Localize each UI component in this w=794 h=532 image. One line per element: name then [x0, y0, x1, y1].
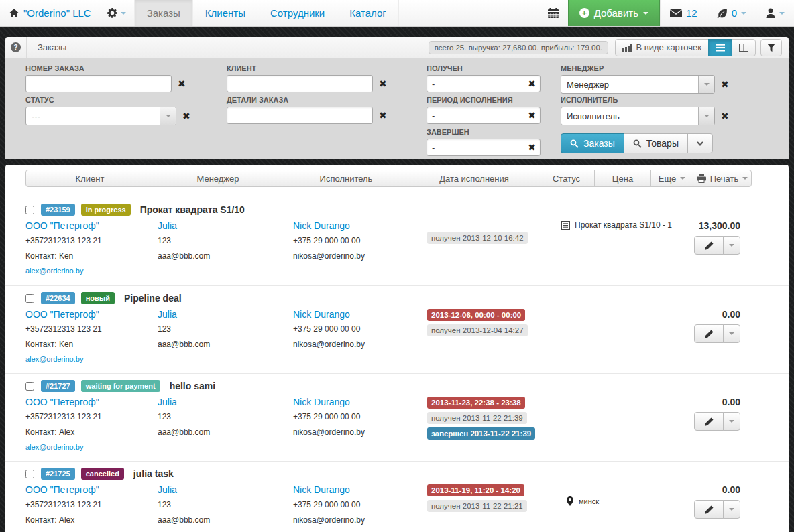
list-view-button[interactable] [708, 39, 732, 56]
tab-employees-label: Сотрудники [270, 7, 325, 19]
edit-order-button[interactable] [694, 236, 724, 255]
manager-name-link[interactable]: Julia [158, 397, 177, 407]
client-name-link[interactable]: ООО "Петергоф" [25, 220, 99, 231]
client-name-link[interactable]: ООО "Петергоф" [25, 484, 99, 495]
edit-order-dropdown[interactable] [723, 324, 740, 343]
executor-phone: +375 29 000 00 00 [293, 236, 417, 245]
clear-icon[interactable]: ✖ [182, 111, 190, 121]
due-date-badge: 2013-11-23, 22:38 - 23:38 [427, 397, 525, 409]
search-products-button[interactable]: Товары [624, 133, 688, 153]
user-menu[interactable] [756, 0, 794, 26]
executor-name-link[interactable]: Nick Durango [293, 397, 350, 407]
clear-icon[interactable]: ✖ [379, 111, 387, 120]
manager-filter-select[interactable]: Менеджер [561, 75, 715, 94]
clear-icon[interactable]: ✖ [379, 79, 387, 88]
search-orders-button[interactable]: Заказы [561, 133, 624, 153]
clear-icon[interactable]: ✖ [721, 80, 729, 89]
executor-filter-label: ИСПОЛНИТЕЛЬ [561, 96, 729, 104]
execution-period-input[interactable] [427, 107, 541, 124]
more-columns-dropdown[interactable]: Еще [650, 170, 693, 187]
edit-order-button[interactable] [694, 412, 724, 431]
mail-button[interactable]: 12 [660, 0, 707, 26]
column-client[interactable]: Клиент [25, 170, 154, 187]
client-email-link[interactable]: alex@orderino.by [25, 267, 150, 275]
views-count: 0 [732, 7, 737, 19]
settings-dropdown[interactable] [99, 0, 134, 26]
column-price-label: Цена [612, 174, 633, 184]
column-execution-date[interactable]: Дата исполнения [410, 170, 538, 187]
order-price: 0.00 [694, 309, 740, 320]
received-filter-input[interactable] [427, 75, 541, 92]
manager-email: aaa@bbb.com [158, 251, 282, 261]
views-dropdown[interactable]: 0 [707, 0, 756, 26]
executor-name-link[interactable]: Nick Durango [293, 309, 350, 320]
clear-icon[interactable]: ✖ [721, 111, 729, 121]
order-id-badge[interactable]: #23159 [41, 204, 75, 216]
column-manager[interactable]: Менеджер [154, 170, 282, 187]
add-button[interactable]: + Добавить [568, 0, 660, 26]
order-id-badge[interactable]: #22634 [41, 292, 75, 304]
user-icon [766, 8, 775, 18]
brand[interactable]: "Orderino" LLC [0, 0, 99, 26]
clear-icon[interactable]: ✖ [528, 111, 536, 120]
status-filter-select[interactable]: --- [25, 107, 176, 125]
help-button[interactable]: ? [5, 37, 27, 58]
print-dropdown[interactable]: Печать [693, 170, 752, 187]
order-number-label: НОМЕР ЗАКАЗА [25, 64, 186, 72]
order-number-input[interactable] [25, 75, 172, 92]
client-email-link[interactable]: alex@orderino.by [25, 443, 150, 451]
order-details-label: ДЕТАЛИ ЗАКАЗА [227, 96, 387, 104]
tab-orders[interactable]: Заказы [134, 0, 193, 26]
edit-order-button[interactable] [694, 500, 724, 519]
tab-catalog[interactable]: Каталог [337, 0, 399, 26]
calendar-button[interactable] [538, 0, 568, 26]
clear-icon[interactable]: ✖ [528, 79, 536, 88]
chevron-down-icon [643, 12, 648, 15]
select-dropdown-button[interactable] [698, 76, 714, 93]
cards-view-label: В виде карточек [636, 42, 701, 52]
client-name-link[interactable]: ООО "Петергоф" [25, 397, 99, 407]
clear-icon[interactable]: ✖ [528, 143, 536, 152]
order-price: 0.00 [694, 484, 740, 495]
select-dropdown-button[interactable] [698, 107, 714, 125]
column-status[interactable]: Статус [538, 170, 595, 187]
tab-employees[interactable]: Сотрудники [258, 0, 337, 26]
manager-name-link[interactable]: Julia [158, 484, 177, 495]
filter-button[interactable] [760, 39, 782, 56]
cards-view-button[interactable]: В виде карточек [615, 39, 709, 56]
company-name[interactable]: "Orderino" LLC [23, 7, 91, 19]
column-executor[interactable]: Исполнитель [282, 170, 410, 187]
search-icon [633, 139, 642, 148]
order-checkbox[interactable] [25, 470, 34, 478]
chevron-down-icon [742, 177, 748, 180]
executor-name-link[interactable]: Nick Durango [293, 220, 350, 231]
execution-period-label: ПЕРИОД ИСПОЛНЕНИЯ [427, 96, 541, 104]
client-contact: Контакт: Ken [25, 251, 150, 261]
column-client-label: Клиент [76, 174, 105, 184]
completed-filter-input[interactable] [427, 139, 541, 156]
manager-name-link[interactable]: Julia [158, 309, 177, 320]
order-id-badge[interactable]: #21725 [41, 468, 75, 480]
columns-view-button[interactable] [732, 39, 756, 56]
client-filter-input[interactable] [227, 75, 373, 92]
client-name-link[interactable]: ООО "Петергоф" [25, 309, 99, 320]
edit-order-dropdown[interactable] [723, 500, 740, 519]
order-checkbox[interactable] [25, 294, 34, 303]
executor-name-link[interactable]: Nick Durango [293, 484, 350, 495]
due-date-badge: 2013-12-06, 00:00 - 00:00 [427, 309, 525, 321]
edit-order-dropdown[interactable] [723, 412, 740, 431]
order-checkbox[interactable] [25, 206, 34, 214]
client-email-link[interactable]: alex@orderino.by [25, 355, 150, 363]
edit-order-dropdown[interactable] [723, 236, 740, 255]
executor-filter-select[interactable]: Исполнитель [561, 107, 715, 125]
search-options-dropdown[interactable] [687, 133, 713, 153]
order-id-badge[interactable]: #21727 [41, 380, 75, 392]
edit-order-button[interactable] [694, 324, 724, 343]
select-dropdown-button[interactable] [160, 107, 176, 125]
order-checkbox[interactable] [25, 382, 34, 391]
order-details-input[interactable] [227, 107, 373, 124]
manager-name-link[interactable]: Julia [158, 220, 177, 231]
column-price[interactable]: Цена [594, 170, 651, 187]
tab-clients[interactable]: Клиенты [192, 0, 258, 26]
clear-icon[interactable]: ✖ [178, 79, 186, 88]
